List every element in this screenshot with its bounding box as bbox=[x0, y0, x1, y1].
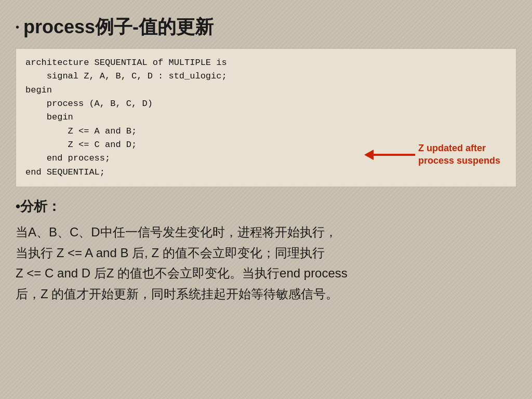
code-line-4: process (A, B, C, D) bbox=[25, 97, 507, 111]
code-line-9: end SEQUENTIAL; bbox=[25, 166, 507, 179]
code-line-1: architecture SEQUENTIAL of MULTIPLE is bbox=[25, 56, 507, 70]
page-title: process例子-值的更新 bbox=[23, 15, 214, 40]
analysis-body: 当A、B、C、D中任一信号发生变化时，进程将开始执行， 当执行 Z <= A a… bbox=[16, 222, 516, 304]
analysis-title: •分析： bbox=[16, 197, 516, 216]
main-page: • process例子-值的更新 architecture SEQUENTIAL… bbox=[0, 0, 532, 399]
arrow-shaft bbox=[374, 154, 415, 156]
code-line-2: signal Z, A, B, C, D : std_ulogic; bbox=[25, 70, 507, 83]
code-line-6: Z <= A and B; bbox=[25, 125, 507, 138]
arrow-left bbox=[364, 150, 415, 160]
annotation-container: Z updated after process suspends bbox=[364, 142, 500, 167]
code-line-3: begin bbox=[25, 84, 507, 97]
arrow-head-icon bbox=[364, 150, 374, 160]
analysis-section: •分析： 当A、B、C、D中任一信号发生变化时，进程将开始执行， 当执行 Z <… bbox=[16, 197, 516, 304]
code-line-5: begin bbox=[25, 111, 507, 124]
annotation-text: Z updated after process suspends bbox=[418, 142, 500, 167]
code-block: architecture SEQUENTIAL of MULTIPLE is s… bbox=[16, 48, 516, 187]
title-section: • process例子-值的更新 bbox=[16, 15, 516, 40]
title-bullet: • bbox=[16, 21, 19, 33]
